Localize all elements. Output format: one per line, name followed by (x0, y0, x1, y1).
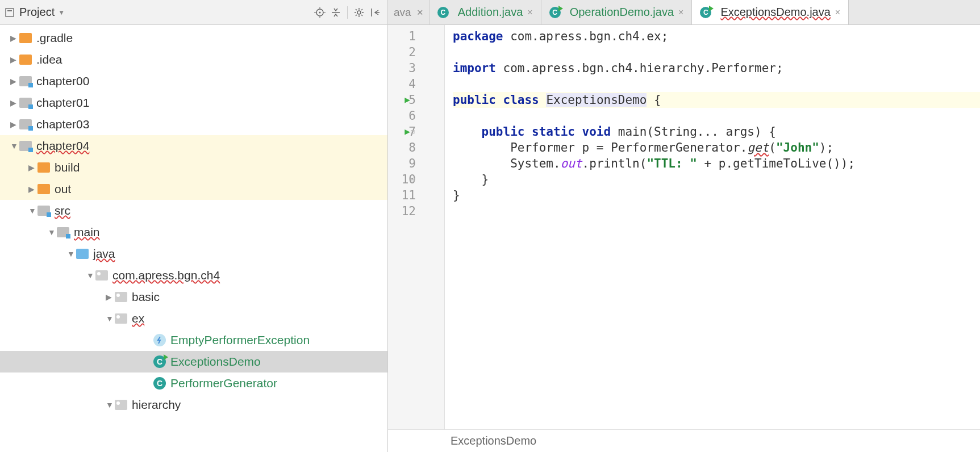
expand-arrow-icon[interactable]: ▶ (10, 98, 19, 107)
expand-arrow-icon[interactable]: ▶ (10, 34, 19, 43)
line-number[interactable]: 10⊟ (388, 171, 416, 187)
class-icon: C (153, 377, 166, 390)
tree-item-chapter04[interactable]: ▼chapter04 (0, 135, 387, 157)
tree-item-label: main (74, 225, 100, 239)
close-icon[interactable]: × (417, 6, 423, 19)
code-line[interactable] (453, 44, 980, 60)
code-line[interactable]: Performer p = PerformerGenerator.get("Jo… (453, 140, 980, 156)
tree-item-label: out (55, 182, 71, 196)
svg-line-15 (361, 15, 362, 16)
line-number[interactable]: 4 (388, 76, 416, 92)
line-number[interactable]: 2 (388, 44, 416, 60)
expand-arrow-icon[interactable]: ▶ (10, 77, 19, 86)
folder-icon (57, 227, 69, 237)
tree-item-label: .gradle (36, 31, 73, 45)
tree-item-src[interactable]: ▼src (0, 200, 387, 221)
line-number[interactable]: 11 (388, 187, 416, 203)
close-icon[interactable]: × (527, 7, 532, 18)
breadcrumb[interactable]: ExceptionsDemo (388, 429, 980, 452)
tree-item--gradle[interactable]: ▶.gradle (0, 27, 387, 49)
line-number[interactable]: 3 (388, 60, 416, 76)
close-icon[interactable]: × (678, 7, 683, 18)
line-number[interactable]: 9 (388, 156, 416, 171)
expand-arrow-icon[interactable]: ▼ (28, 206, 37, 215)
expand-arrow-icon[interactable]: ▼ (86, 271, 95, 280)
tree-item-emptyperformerexception[interactable]: EmptyPerformerException (0, 329, 387, 351)
run-gutter-icon[interactable]: ▶ (404, 92, 410, 108)
code-line[interactable] (453, 108, 980, 124)
close-icon[interactable]: × (835, 7, 840, 18)
expand-arrow-icon[interactable]: ▼ (67, 249, 76, 258)
folder-icon (37, 162, 50, 173)
code-line[interactable]: } (453, 171, 980, 187)
tree-item-java[interactable]: ▼java (0, 243, 387, 265)
tree-item-out[interactable]: ▶out (0, 178, 387, 200)
gear-icon[interactable] (351, 5, 367, 20)
line-number[interactable]: 6 (388, 108, 416, 124)
tree-item-chapter03[interactable]: ▶chapter03 (0, 114, 387, 135)
expand-arrow-icon[interactable]: ▶ (28, 185, 37, 194)
tree-item-label: PerformerGenerator (170, 376, 277, 390)
line-number[interactable]: 5▶ (388, 92, 416, 108)
svg-rect-1 (7, 10, 12, 11)
code-content[interactable]: package com.apress.bgn.ch4.ex;import com… (445, 25, 980, 429)
tree-item-exceptionsdemo[interactable]: CExceptionsDemo (0, 351, 387, 373)
gutter[interactable]: 12345▶67▶⊟8910⊟1112 (388, 25, 445, 429)
expand-arrow-icon[interactable]: ▶ (28, 163, 37, 172)
folder-icon (19, 141, 32, 151)
tab-partial[interactable]: ava × (388, 0, 429, 24)
expand-arrow-icon[interactable]: ▶ (106, 292, 115, 302)
tree-item-label: chapter04 (36, 139, 89, 153)
code-line[interactable] (453, 203, 980, 219)
tree-item-performergenerator[interactable]: CPerformerGenerator (0, 373, 387, 394)
tab-partial-label: ava (394, 6, 411, 19)
app-root: Project ▼ ▶.gradle▶.idea▶chapter00▶chapt… (0, 0, 980, 452)
project-dropdown[interactable]: Project ▼ (5, 6, 65, 19)
folder-icon (37, 206, 50, 216)
code-line[interactable]: package com.apress.bgn.ch4.ex; (453, 28, 980, 44)
locate-icon[interactable] (312, 5, 328, 20)
expand-arrow-icon[interactable]: ▼ (106, 400, 115, 409)
tree-item-label: basic (132, 290, 160, 304)
code-line[interactable]: import com.apress.bgn.ch4.hierarchy.Perf… (453, 60, 980, 76)
line-number[interactable]: 8 (388, 140, 416, 156)
tree-item-chapter00[interactable]: ▶chapter00 (0, 70, 387, 92)
folder-icon (115, 313, 127, 324)
collapse-icon[interactable] (328, 5, 344, 20)
expand-arrow-icon[interactable]: ▶ (10, 120, 19, 129)
sidebar-header: Project ▼ (0, 0, 387, 25)
tree-item--idea[interactable]: ▶.idea (0, 49, 387, 70)
tree-item-chapter01[interactable]: ▶chapter01 (0, 92, 387, 114)
run-gutter-icon[interactable]: ▶ (404, 124, 410, 140)
code-line[interactable]: System.out.println("TTL: " + p.getTimeTo… (453, 156, 980, 171)
line-number[interactable]: 1 (388, 28, 416, 44)
code-line[interactable]: public static void main(String... args) … (453, 124, 980, 140)
code-line[interactable]: } (453, 187, 980, 203)
code-line[interactable] (453, 76, 980, 92)
fold-icon[interactable]: ⊟ (411, 124, 415, 140)
chevron-down-icon: ▼ (58, 9, 65, 16)
hide-icon[interactable] (367, 5, 383, 20)
editor-pane: ava × CAddition.java×COperationDemo.java… (388, 0, 980, 452)
tree-item-ex[interactable]: ▼ex (0, 308, 387, 329)
tab-addition-java[interactable]: CAddition.java× (429, 0, 541, 24)
expand-arrow-icon[interactable]: ▼ (10, 141, 19, 150)
code-line[interactable]: public class ExceptionsDemo { (453, 92, 980, 108)
project-sidebar: Project ▼ ▶.gradle▶.idea▶chapter00▶chapt… (0, 0, 388, 452)
tree-item-build[interactable]: ▶build (0, 157, 387, 178)
expand-arrow-icon[interactable]: ▼ (48, 228, 57, 237)
tree-item-hierarchy[interactable]: ▼hierarchy (0, 394, 387, 416)
tree-item-main[interactable]: ▼main (0, 221, 387, 243)
tab-operationdemo-java[interactable]: COperationDemo.java× (541, 0, 693, 24)
tree-item-basic[interactable]: ▶basic (0, 286, 387, 308)
tab-exceptionsdemo-java[interactable]: CExceptionsDemo.java× (692, 0, 849, 24)
expand-arrow-icon[interactable]: ▶ (10, 55, 19, 64)
line-number[interactable]: 12 (388, 203, 416, 219)
line-number[interactable]: 7▶⊟ (388, 124, 416, 140)
tab-label: OperationDemo.java (570, 6, 674, 19)
tree-item-com-apress-bgn-ch4[interactable]: ▼com.apress.bgn.ch4 (0, 265, 387, 286)
folder-icon (115, 400, 127, 410)
fold-icon[interactable]: ⊟ (411, 171, 415, 187)
expand-arrow-icon[interactable]: ▼ (106, 314, 115, 323)
project-tree[interactable]: ▶.gradle▶.idea▶chapter00▶chapter01▶chapt… (0, 25, 387, 452)
